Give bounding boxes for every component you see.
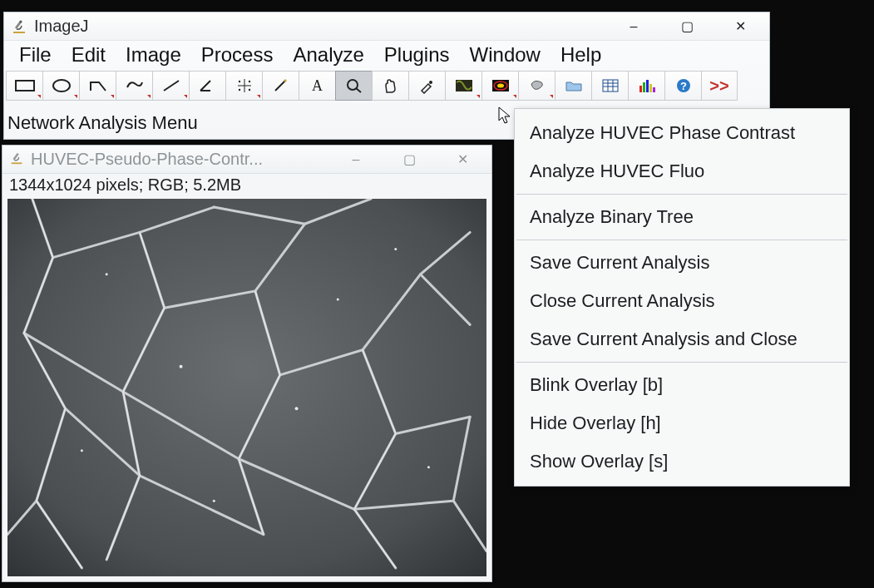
menu-separator [516,240,847,240]
help-tool[interactable]: ? [664,71,701,101]
menu-analyze-binary-tree[interactable]: Analyze Binary Tree [515,198,849,236]
lut-tool[interactable] [481,71,518,101]
menu-help[interactable]: Help [552,42,611,68]
freehand-tool[interactable] [116,71,152,101]
menu-file[interactable]: File [11,42,62,68]
image-title: HUVEC-Pseudo-Phase-Contr... [31,150,263,169]
svg-line-4 [164,81,179,91]
menubar: File Edit Image Process Analyze Plugins … [4,41,769,69]
dev-menu-tool[interactable] [445,71,481,101]
svg-text:A: A [312,77,323,94]
menu-save-current-analysis[interactable]: Save Current Analysis [515,244,849,282]
toolbar: A ? >> [4,69,769,102]
svg-rect-25 [639,86,642,92]
svg-rect-20 [603,80,618,91]
point-tool[interactable] [225,71,262,101]
color-picker-tool[interactable] [408,71,445,101]
microscope-icon [11,18,27,35]
menu-image[interactable]: Image [117,42,191,68]
svg-point-10 [248,89,249,91]
svg-point-15 [429,81,432,84]
svg-point-34 [180,365,183,368]
image-window: HUVEC-Pseudo-Phase-Contr... – ▢ ✕ 1344x1… [2,145,492,582]
image-maximize-button[interactable]: ▢ [392,149,427,170]
menu-process[interactable]: Process [193,42,284,68]
status-text: Network Analysis Menu [4,111,201,139]
svg-point-41 [427,466,430,468]
svg-point-36 [106,273,108,275]
svg-point-7 [238,81,239,82]
polygon-tool[interactable] [79,71,116,101]
svg-line-11 [275,81,285,91]
oval-tool[interactable] [42,71,79,101]
magnifier-tool[interactable] [335,71,372,101]
svg-point-8 [248,81,249,82]
menu-save-and-close[interactable]: Save Current Analysis and Close [515,320,849,358]
menu-separator [516,362,847,363]
svg-point-1 [20,20,22,22]
svg-rect-26 [643,82,645,92]
menu-separator [516,194,847,195]
svg-point-19 [497,84,504,88]
folder-tool[interactable] [555,71,591,101]
histogram-tool[interactable] [628,71,664,101]
svg-rect-33 [7,199,486,576]
image-info: 1344x1024 pixels; RGB; 5.2MB [2,174,491,196]
toolbar-more-button[interactable]: >> [701,71,738,101]
menu-analyze-huvec-phase[interactable]: Analyze HUVEC Phase Contrast [515,114,849,152]
svg-text:?: ? [680,80,687,92]
image-titlebar[interactable]: HUVEC-Pseudo-Phase-Contr... – ▢ ✕ [2,146,491,174]
titlebar[interactable]: ImageJ – ▢ ✕ [4,12,769,41]
image-close-button[interactable]: ✕ [445,149,480,170]
menu-plugins[interactable]: Plugins [376,42,460,68]
svg-point-38 [394,248,397,250]
angle-tool[interactable] [189,71,225,101]
menu-hide-overlay[interactable]: Hide Overlay [h] [515,404,849,442]
svg-point-40 [213,500,215,502]
text-tool[interactable]: A [299,71,335,101]
wand-tool[interactable] [262,71,299,101]
network-analysis-dropdown: Analyze HUVEC Phase Contrast Analyze HUV… [514,108,850,487]
svg-rect-2 [16,81,34,91]
menu-edit[interactable]: Edit [63,42,116,68]
svg-point-9 [238,89,239,91]
svg-rect-27 [646,80,649,92]
window-controls: – ▢ ✕ [616,16,764,37]
svg-point-37 [337,299,339,301]
table-tool[interactable] [591,71,628,101]
svg-point-39 [81,449,83,452]
image-window-controls: – ▢ ✕ [338,149,486,170]
svg-rect-0 [13,32,25,33]
menu-window[interactable]: Window [462,42,551,68]
svg-rect-29 [653,87,655,92]
svg-point-35 [295,407,299,410]
svg-rect-28 [649,84,652,92]
svg-rect-32 [12,162,22,164]
stacks-tool[interactable] [518,71,555,101]
app-title: ImageJ [34,17,89,36]
image-canvas[interactable] [7,199,486,576]
menu-analyze[interactable]: Analyze [284,42,373,68]
minimize-button[interactable]: – [616,16,651,37]
svg-line-14 [356,88,361,92]
menu-show-overlay[interactable]: Show Overlay [s] [515,442,849,481]
hand-tool[interactable] [372,71,408,101]
menu-blink-overlay[interactable]: Blink Overlay [b] [515,366,849,404]
menu-close-current-analysis[interactable]: Close Current Analysis [515,282,849,320]
microscope-icon [9,151,24,169]
svg-point-3 [53,80,70,91]
close-button[interactable]: ✕ [723,16,758,37]
image-minimize-button[interactable]: – [338,149,373,170]
maximize-button[interactable]: ▢ [669,16,704,37]
menu-analyze-huvec-fluo[interactable]: Analyze HUVEC Fluo [515,152,849,190]
rectangle-tool[interactable] [6,71,42,101]
line-tool[interactable] [152,71,189,101]
